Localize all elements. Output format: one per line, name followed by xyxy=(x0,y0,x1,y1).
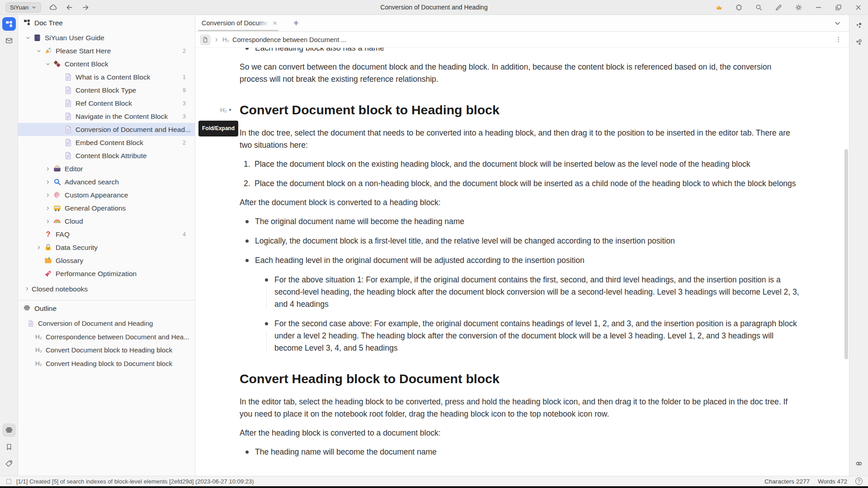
dock-outline-button[interactable] xyxy=(2,423,16,437)
doctree-item[interactable]: Glossary xyxy=(18,254,195,267)
chevron-down-icon[interactable] xyxy=(24,33,33,42)
editor-content[interactable]: Each heading block also has a nameSo we … xyxy=(195,48,849,476)
chevron-right-icon[interactable] xyxy=(43,178,52,187)
chevron-down-icon[interactable] xyxy=(43,60,52,69)
heading-block[interactable]: H₂▼Convert Document block to Heading blo… xyxy=(240,101,801,118)
doctree-item[interactable]: SiYuan User Guide xyxy=(18,31,195,44)
doctree-item[interactable]: Advanced search xyxy=(18,175,195,188)
chevron-right-icon[interactable] xyxy=(43,217,52,226)
tab-conversion-of-document[interactable]: Conversion of Document and Heading xyxy=(195,15,283,31)
doctree-item[interactable]: ?FAQ4 xyxy=(18,228,195,241)
list-item[interactable]: The heading name will become the documen… xyxy=(240,446,801,458)
doctree-item[interactable]: Custom Appearance xyxy=(18,188,195,202)
doctree-item[interactable]: Content Block xyxy=(18,57,195,70)
new-tab-button[interactable]: + xyxy=(289,16,303,30)
more-menu-icon[interactable] xyxy=(834,35,843,44)
paragraph-block[interactable]: After the document block is converted to… xyxy=(240,197,801,209)
doctree-item[interactable]: Ref Content Block3 xyxy=(18,97,195,110)
doctree-item[interactable]: Cloud xyxy=(18,215,195,228)
editor-scrollbar[interactable] xyxy=(844,149,848,359)
doc-tree-panel-header[interactable]: Doc Tree xyxy=(18,15,195,31)
chevron-right-icon[interactable] xyxy=(43,164,52,174)
siyuan-window: SiYuan Conversion of Document and Headin… xyxy=(0,0,868,488)
dock-inbox-button[interactable] xyxy=(2,34,16,47)
list-item[interactable]: Each heading block also has a name xyxy=(240,48,801,54)
minimize-icon[interactable] xyxy=(814,3,823,12)
breadcrumb-heading-label[interactable]: Correspondence between Document ... xyxy=(232,36,346,43)
list-item-text[interactable]: Logically, the document block is a first… xyxy=(255,235,801,247)
fold-arrow-icon[interactable]: ▼ xyxy=(228,104,232,116)
paragraph-block[interactable]: In the doc tree, select the document tha… xyxy=(240,127,801,151)
doctree-item[interactable]: Embed Content Block2 xyxy=(18,136,195,149)
close-icon[interactable] xyxy=(854,3,863,12)
outline-item[interactable]: Conversion of Document and Heading xyxy=(18,317,195,330)
dock-global-graph-button[interactable] xyxy=(852,35,866,49)
outline-item[interactable]: H₂Convert Heading block to Document bloc… xyxy=(18,357,195,371)
doctree-item[interactable]: Conversion of Document and Head... xyxy=(18,123,195,136)
dock-tag-button[interactable] xyxy=(2,457,16,470)
list-item-text[interactable]: Each heading level in the original docum… xyxy=(255,254,801,267)
list-item-text[interactable]: For the above situation 1: For example, … xyxy=(274,274,801,310)
doctree-item[interactable]: Content Block Type9 xyxy=(18,84,195,97)
list-item-text[interactable]: Place the document block on a non-headin… xyxy=(255,178,801,190)
crown-icon[interactable] xyxy=(714,3,723,12)
list-item[interactable]: 2.Place the document block on a non-head… xyxy=(240,178,801,190)
list-item[interactable]: The original document name will become t… xyxy=(240,216,801,228)
document-icon[interactable] xyxy=(200,34,211,45)
doctree-item-label: Navigate in the Content Block xyxy=(75,113,168,121)
plugin-icon[interactable] xyxy=(734,3,743,12)
dock-doc-tree-button[interactable] xyxy=(2,17,16,31)
doctree-item[interactable]: Editor xyxy=(18,162,195,175)
outline-item[interactable]: H₂Convert Document block to Heading bloc… xyxy=(18,343,195,357)
paragraph-block[interactable]: So we can convert between the document b… xyxy=(240,61,801,85)
list-item[interactable]: For the second case above: For example, … xyxy=(259,318,801,354)
dock-graph-button[interactable] xyxy=(852,19,866,32)
characters-count: Characters 2277 xyxy=(764,478,810,485)
doctree-item[interactable]: Data Security xyxy=(18,241,195,254)
chevron-down-icon[interactable] xyxy=(34,47,43,56)
heading-gutter[interactable]: H₂▼ xyxy=(220,104,232,116)
chevron-right-icon[interactable] xyxy=(34,243,43,252)
tab-close-icon[interactable] xyxy=(271,19,278,27)
list-item-text[interactable]: Place the document block on the existing… xyxy=(255,158,801,170)
list-item-text[interactable]: The original document name will become t… xyxy=(255,216,801,228)
dock-bookmark-button[interactable] xyxy=(2,440,16,454)
doctree-item[interactable]: General Operations xyxy=(18,202,195,215)
doc-count-badge: 3 xyxy=(183,113,195,120)
search-icon[interactable] xyxy=(754,3,763,12)
closed-notebooks-toggle[interactable]: Closed notebooks xyxy=(18,282,195,296)
list-item[interactable]: For the above situation 1: For example, … xyxy=(259,274,801,310)
chevron-right-icon[interactable] xyxy=(43,191,52,200)
outline-panel-header[interactable]: Outline xyxy=(18,300,195,317)
list-item[interactable]: 1.Place the document block on the existi… xyxy=(240,158,801,170)
list-item[interactable]: Each heading level in the original docum… xyxy=(240,254,801,267)
list-item-text[interactable]: The heading name will become the documen… xyxy=(255,446,801,458)
side-panel: Doc Tree SiYuan User GuidePlease Start H… xyxy=(18,15,195,476)
doctree-item[interactable]: Please Start Here2 xyxy=(18,44,195,57)
paragraph-block[interactable]: In the editor tab, select the heading bl… xyxy=(240,396,801,420)
doctree-item[interactable]: Content Block Attribute xyxy=(18,149,195,162)
edit-icon[interactable] xyxy=(774,3,783,12)
doctree-item[interactable]: Navigate in the Content Block3 xyxy=(18,110,195,123)
cloud-icon[interactable] xyxy=(48,3,57,12)
doctree-item[interactable]: Performance Optimization xyxy=(18,267,195,280)
help-icon[interactable]: ? xyxy=(855,478,863,485)
tab-list-chevron-icon[interactable] xyxy=(833,19,842,28)
workspace: Doc Tree SiYuan User GuidePlease Start H… xyxy=(0,15,868,476)
workspace-menu-button[interactable]: SiYuan xyxy=(5,2,41,13)
outline-item[interactable]: H₂Correspondence between Document and He… xyxy=(18,330,195,344)
dock-backlinks-button[interactable] xyxy=(852,457,866,470)
heading-text[interactable]: Convert Heading block to Document block xyxy=(240,370,801,387)
list-item-text[interactable]: For the second case above: For example, … xyxy=(274,318,801,354)
theme-icon[interactable] xyxy=(794,3,803,12)
paragraph-block[interactable]: After the heading block is converted to … xyxy=(240,427,801,439)
chevron-right-icon[interactable] xyxy=(43,204,52,213)
maximize-icon[interactable] xyxy=(834,3,843,12)
heading-block[interactable]: Convert Heading block to Document block xyxy=(240,370,801,387)
back-icon[interactable] xyxy=(65,3,74,12)
list-item[interactable]: Logically, the document block is a first… xyxy=(240,235,801,247)
forward-icon[interactable] xyxy=(81,3,90,12)
heading-text[interactable]: Convert Document block to Heading block xyxy=(240,101,801,118)
list-item-text[interactable]: Each heading block also has a name xyxy=(255,48,801,54)
doctree-item[interactable]: What is a Content Block1 xyxy=(18,70,195,84)
